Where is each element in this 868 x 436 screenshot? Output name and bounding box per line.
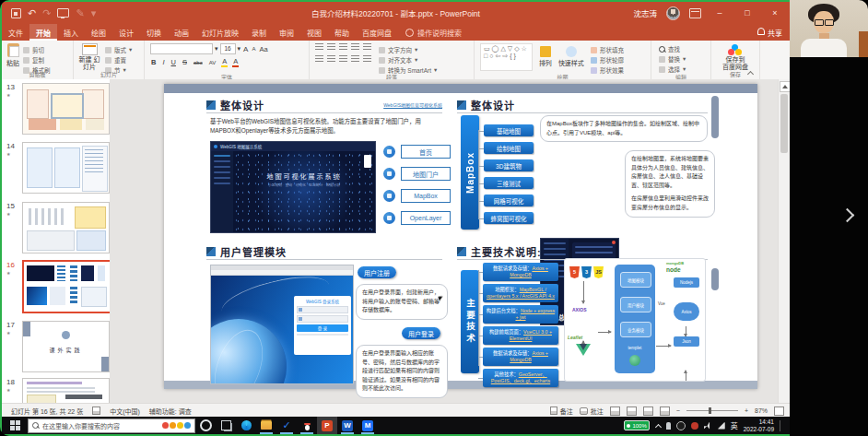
speaker-icon[interactable] bbox=[704, 422, 712, 430]
clear-button[interactable]: abc bbox=[193, 60, 204, 65]
increase-indent-icon[interactable] bbox=[351, 43, 359, 51]
accessibility-status[interactable]: 辅助功能: 调查 bbox=[149, 407, 192, 416]
vertical-scrollbar[interactable] bbox=[778, 79, 790, 403]
normal-view-button[interactable] bbox=[610, 407, 620, 416]
layout-button[interactable]: 版式▾ bbox=[105, 45, 132, 54]
battery-indicator[interactable]: 100% bbox=[624, 420, 649, 430]
ribbon-tab[interactable]: 录制 bbox=[245, 24, 273, 41]
minimize-button[interactable]: – bbox=[710, 8, 729, 18]
align-text-button[interactable]: 对齐文本▾ bbox=[379, 55, 437, 65]
powerpoint-icon[interactable]: P bbox=[317, 417, 337, 434]
meeting-app-icon[interactable]: M bbox=[358, 417, 378, 434]
edge-browser-icon[interactable] bbox=[236, 417, 256, 434]
tell-me-search[interactable]: 操作说明搜索 bbox=[405, 24, 462, 41]
share-button[interactable]: 共享 bbox=[757, 24, 782, 41]
qq-icon[interactable] bbox=[297, 417, 317, 434]
comments-button[interactable]: 批注 bbox=[580, 407, 604, 416]
scrollbar-thumb[interactable] bbox=[780, 94, 788, 153]
file-explorer-icon[interactable] bbox=[256, 417, 276, 434]
italic-button[interactable]: I bbox=[161, 58, 165, 66]
shape-outline-button[interactable]: 形状轮廓 bbox=[591, 55, 624, 65]
ribbon-tab[interactable]: 绘图 bbox=[85, 24, 112, 41]
proofing-icon[interactable] bbox=[92, 407, 100, 415]
zoom-slider-thumb[interactable] bbox=[709, 407, 711, 414]
slide-thumbnail-18[interactable] bbox=[22, 378, 110, 403]
slideshow-icon[interactable] bbox=[57, 8, 69, 18]
slide-thumbnail-16-selected[interactable] bbox=[22, 260, 111, 313]
save-icon[interactable] bbox=[11, 8, 21, 18]
collapse-ribbon-icon[interactable] bbox=[747, 70, 754, 77]
notification-icon[interactable] bbox=[691, 422, 698, 430]
cut-button[interactable]: 剪切 bbox=[23, 45, 51, 54]
notes-button[interactable]: 备注 bbox=[550, 407, 573, 416]
find-button[interactable]: 查找 bbox=[659, 44, 710, 53]
scroll-up-button[interactable] bbox=[780, 81, 790, 92]
microphone-icon[interactable] bbox=[666, 422, 671, 430]
fit-to-window-button[interactable] bbox=[774, 407, 784, 416]
font-size-input[interactable]: 16 bbox=[220, 43, 236, 54]
start-button[interactable] bbox=[10, 420, 20, 430]
ribbon-tab[interactable]: 设计 bbox=[112, 24, 140, 41]
decrease-indent-icon[interactable] bbox=[339, 43, 347, 51]
slide-sorter-view-button[interactable] bbox=[627, 407, 637, 416]
ribbon-tab[interactable]: 切换 bbox=[140, 24, 168, 41]
task-view-button[interactable] bbox=[216, 417, 236, 434]
pen-icon[interactable]: ✎ bbox=[76, 7, 84, 19]
bold-button[interactable]: B bbox=[150, 58, 157, 66]
nav-button[interactable]: 地图门户 bbox=[401, 167, 451, 181]
save-to-baidu-button[interactable]: 保存到百度网盘 bbox=[711, 41, 759, 72]
columns-icon[interactable] bbox=[363, 55, 371, 63]
input-language[interactable]: 英 bbox=[731, 420, 738, 430]
slide-16[interactable]: 整体设计 WebGIS地图信息可视化系统 基于Web平台的WebGIS地图信息可… bbox=[164, 84, 757, 389]
network-icon[interactable] bbox=[718, 422, 725, 430]
show-desktop-button[interactable] bbox=[780, 420, 786, 431]
shrink-font-button[interactable]: A bbox=[251, 46, 256, 52]
ribbon-display-options-icon[interactable] bbox=[689, 8, 701, 18]
redo-button[interactable]: ↷ bbox=[42, 7, 51, 19]
qq-tray-icon[interactable] bbox=[676, 421, 686, 430]
zoom-percent[interactable]: 87% bbox=[755, 407, 768, 414]
ribbon-tab[interactable]: 幻灯片放映 bbox=[195, 24, 245, 41]
avatar[interactable] bbox=[666, 6, 680, 20]
font-name-input[interactable] bbox=[150, 43, 213, 54]
ribbon-tab[interactable]: 开始 bbox=[29, 24, 57, 41]
hidden-icons-chevron[interactable] bbox=[655, 423, 661, 429]
text-direction-button[interactable]: 文字方向▾ bbox=[379, 45, 437, 54]
ribbon-tab[interactable]: 视图 bbox=[300, 24, 328, 41]
account-user-name[interactable]: 沈志涛 bbox=[633, 7, 657, 18]
slide-thumbnail-15[interactable] bbox=[22, 202, 110, 253]
underline-button[interactable]: U bbox=[170, 58, 177, 66]
qat-customize-icon[interactable]: ▾ bbox=[91, 7, 97, 19]
cortana-button[interactable] bbox=[195, 417, 216, 434]
nav-button[interactable]: MapBox bbox=[401, 189, 451, 203]
shape-fill-button[interactable]: 形状填充 bbox=[591, 45, 624, 54]
ribbon-tab[interactable]: 帮助 bbox=[328, 24, 356, 41]
reset-button[interactable]: 重置 bbox=[105, 55, 132, 65]
strikethrough-button[interactable]: S bbox=[182, 58, 188, 66]
align-left-icon[interactable] bbox=[315, 55, 323, 63]
replace-button[interactable]: 替换▾ bbox=[659, 54, 710, 64]
ribbon-tab[interactable]: 插入 bbox=[57, 24, 85, 41]
ribbon-tab[interactable]: 文件 bbox=[2, 24, 29, 41]
zoom-out-button[interactable]: − bbox=[676, 407, 680, 414]
nav-button[interactable]: OpenLayer bbox=[401, 211, 451, 225]
zoom-slider[interactable] bbox=[686, 410, 738, 411]
copy-button[interactable]: 复制 bbox=[23, 55, 51, 65]
bullets-icon[interactable] bbox=[315, 43, 323, 51]
character-spacing-button[interactable]: AV bbox=[208, 60, 217, 65]
shapes-gallery[interactable]: ▭◯△▽◇☆ □○⇦⇨{} bbox=[480, 43, 533, 71]
grow-font-button[interactable]: A bbox=[242, 45, 249, 53]
ribbon-tab[interactable]: 审阅 bbox=[273, 24, 300, 41]
justify-icon[interactable] bbox=[351, 55, 359, 63]
nav-button[interactable]: 首页 bbox=[401, 145, 451, 159]
close-button[interactable]: × bbox=[766, 8, 784, 18]
ribbon-tab[interactable]: 百度网盘 bbox=[356, 24, 398, 41]
numbering-icon[interactable] bbox=[327, 43, 335, 51]
slide-thumbnail-14[interactable] bbox=[22, 142, 110, 194]
slideshow-view-button[interactable] bbox=[660, 407, 670, 416]
zoom-in-button[interactable]: + bbox=[745, 407, 748, 414]
align-right-icon[interactable] bbox=[339, 55, 347, 63]
language-indicator[interactable]: 中文(中国) bbox=[110, 407, 140, 416]
panel-expand-chevron-icon[interactable] bbox=[840, 208, 853, 221]
slide-thumbnail-17[interactable]: 课外实践 bbox=[22, 321, 110, 372]
